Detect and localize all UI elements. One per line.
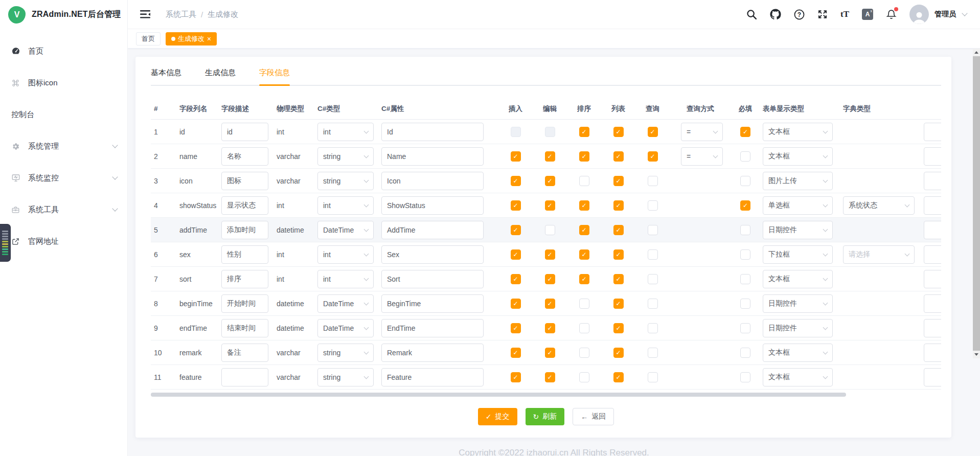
language-icon[interactable]: A x <box>862 9 873 20</box>
cs-type-select[interactable]: int <box>317 196 374 215</box>
sidebar-item-icons[interactable]: 图标icon <box>0 67 127 99</box>
required-checkbox[interactable] <box>740 176 750 186</box>
sort-checkbox[interactable]: ✓ <box>579 225 589 235</box>
query-checkbox[interactable] <box>648 372 658 382</box>
sort-checkbox[interactable] <box>579 299 589 309</box>
cs-type-select[interactable]: int <box>317 123 374 141</box>
sort-checkbox[interactable] <box>579 348 589 358</box>
edit-checkbox[interactable]: ✓ <box>545 299 555 309</box>
submit-button[interactable]: ✓ 提交 <box>478 408 517 425</box>
cs-attribute-input[interactable]: Icon <box>381 172 484 190</box>
insert-checkbox[interactable]: ✓ <box>511 249 521 260</box>
form-display-type-select[interactable]: 单选框 <box>763 196 833 215</box>
insert-checkbox[interactable]: ✓ <box>511 323 521 333</box>
avatar[interactable] <box>909 5 929 24</box>
scroll-up-button[interactable] <box>973 49 980 56</box>
required-checkbox[interactable]: ✓ <box>740 200 750 211</box>
extra-input[interactable] <box>924 319 941 337</box>
extra-input[interactable] <box>924 294 941 313</box>
extra-input[interactable] <box>924 172 941 190</box>
cs-type-select[interactable]: DateTime <box>317 221 374 239</box>
list-checkbox[interactable]: ✓ <box>613 225 624 235</box>
list-checkbox[interactable]: ✓ <box>613 348 624 358</box>
tab-1[interactable]: 基本信息 <box>151 68 181 85</box>
query-checkbox[interactable] <box>648 323 658 333</box>
form-display-type-select[interactable]: 文本框 <box>763 270 833 288</box>
insert-checkbox[interactable]: ✓ <box>511 274 521 284</box>
field-description-input[interactable]: 名称 <box>221 147 268 166</box>
required-checkbox[interactable] <box>740 348 750 358</box>
fullscreen-icon[interactable] <box>817 9 828 19</box>
sort-checkbox[interactable]: ✓ <box>579 127 589 137</box>
sidebar-item-system-admin[interactable]: 系统管理 <box>0 130 127 162</box>
cs-type-select[interactable]: string <box>317 172 374 190</box>
cs-attribute-input[interactable]: Sort <box>381 270 484 288</box>
search-icon[interactable] <box>746 9 757 20</box>
field-description-input[interactable]: 备注 <box>221 344 268 362</box>
cs-type-select[interactable]: string <box>317 147 374 166</box>
extra-input[interactable] <box>924 221 941 239</box>
sort-checkbox[interactable]: ✓ <box>579 200 589 211</box>
tag-active[interactable]: 生成修改 × <box>166 32 217 45</box>
sidebar-item-home[interactable]: 首页 <box>0 35 127 67</box>
extra-input[interactable] <box>924 344 941 362</box>
required-checkbox[interactable] <box>740 299 750 309</box>
field-description-input[interactable]: 添加时间 <box>221 221 268 239</box>
tag-home[interactable]: 首页 <box>136 32 161 45</box>
field-description-input[interactable]: 性别 <box>221 245 268 264</box>
edit-checkbox[interactable] <box>545 225 555 235</box>
cs-attribute-input[interactable]: Sex <box>381 245 484 264</box>
extra-input[interactable] <box>924 196 941 215</box>
cs-attribute-input[interactable]: BeginTime <box>381 294 484 313</box>
query-checkbox[interactable] <box>648 176 658 186</box>
form-display-type-select[interactable]: 日期控件 <box>763 221 833 239</box>
cs-type-select[interactable]: int <box>317 245 374 264</box>
cs-attribute-input[interactable]: EndTime <box>381 319 484 337</box>
query-checkbox[interactable] <box>648 200 658 211</box>
sort-checkbox[interactable] <box>579 176 589 186</box>
sidebar-item-console[interactable]: 控制台 <box>0 99 127 130</box>
insert-checkbox[interactable]: ✓ <box>511 299 521 309</box>
sidebar-item-system-tools[interactable]: 系统工具 <box>0 194 127 225</box>
list-checkbox[interactable]: ✓ <box>613 372 624 382</box>
list-checkbox[interactable]: ✓ <box>613 127 624 137</box>
required-checkbox[interactable] <box>740 249 750 260</box>
breadcrumb-parent[interactable]: 系统工具 <box>166 10 196 19</box>
form-display-type-select[interactable]: 日期控件 <box>763 294 833 313</box>
extra-input[interactable] <box>924 147 941 166</box>
query-checkbox[interactable] <box>648 249 658 260</box>
dict-type-select[interactable]: 请选择 <box>843 245 915 264</box>
caret-down-icon[interactable] <box>962 10 967 16</box>
insert-checkbox[interactable]: ✓ <box>511 225 521 235</box>
edit-checkbox[interactable]: ✓ <box>545 176 555 186</box>
cs-type-select[interactable]: DateTime <box>317 319 374 337</box>
sort-checkbox[interactable] <box>579 323 589 333</box>
form-display-type-select[interactable]: 日期控件 <box>763 319 833 337</box>
help-icon[interactable]: ? <box>794 9 805 20</box>
insert-checkbox[interactable]: ✓ <box>511 200 521 211</box>
form-display-type-select[interactable]: 文本框 <box>763 123 833 141</box>
font-size-icon[interactable]: tT <box>840 9 849 19</box>
required-checkbox[interactable] <box>740 323 750 333</box>
required-checkbox[interactable] <box>740 151 750 162</box>
cs-attribute-input[interactable]: Name <box>381 147 484 166</box>
form-display-type-select[interactable]: 图片上传 <box>763 172 833 190</box>
dict-type-select[interactable]: 系统状态 <box>843 196 915 215</box>
vertical-scrollbar-thumb[interactable] <box>973 56 980 351</box>
query-method-select[interactable]: = <box>681 147 723 166</box>
edit-checkbox[interactable]: ✓ <box>545 348 555 358</box>
insert-checkbox[interactable]: ✓ <box>511 151 521 162</box>
required-checkbox[interactable] <box>740 225 750 235</box>
edit-checkbox[interactable]: ✓ <box>545 200 555 211</box>
required-checkbox[interactable] <box>740 372 750 382</box>
bell-icon[interactable] <box>886 9 897 20</box>
horizontal-scrollbar-thumb[interactable] <box>151 393 846 397</box>
tab-3[interactable]: 字段信息 <box>259 68 290 85</box>
list-checkbox[interactable]: ✓ <box>613 151 624 162</box>
field-description-input[interactable] <box>221 368 268 386</box>
field-description-input[interactable]: 开始时间 <box>221 294 268 313</box>
list-checkbox[interactable]: ✓ <box>613 176 624 186</box>
field-description-input[interactable]: id <box>221 123 268 141</box>
cs-type-select[interactable]: int <box>317 270 374 288</box>
username[interactable]: 管理员 <box>935 10 956 19</box>
